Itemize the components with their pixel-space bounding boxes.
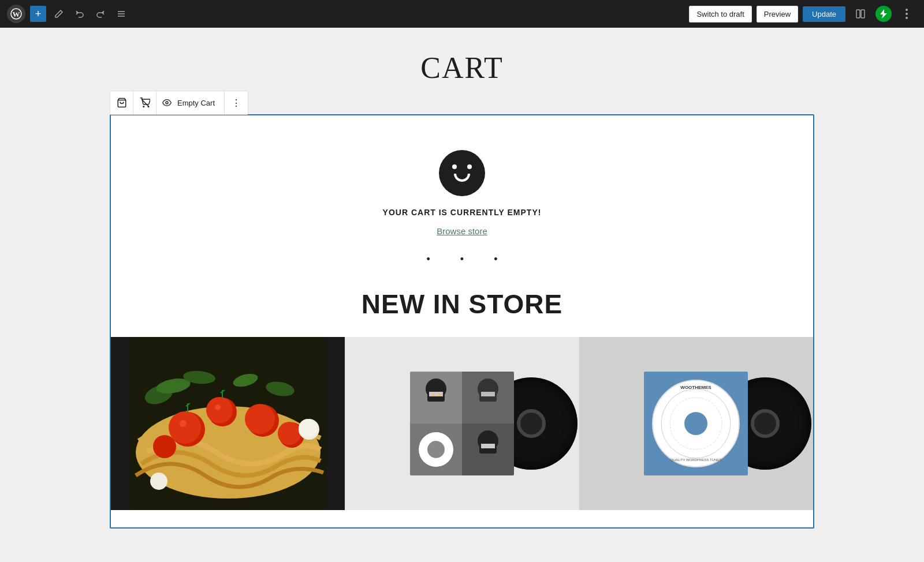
svg-point-25 — [153, 435, 176, 458]
cart-block: YOUR CART IS CURRENTLY EMPTY! Browse sto… — [110, 114, 814, 529]
add-block-button[interactable]: + — [30, 6, 46, 22]
svg-point-11 — [143, 106, 144, 107]
performance-button[interactable] — [875, 6, 892, 22]
page-title: CART — [12, 51, 912, 85]
svg-rect-6 — [861, 10, 865, 18]
cart-empty-message: YOUR CART IS CURRENTLY EMPTY! — [128, 208, 796, 217]
svg-point-8 — [906, 13, 908, 15]
redo-button[interactable] — [92, 6, 109, 22]
svg-text:W: W — [13, 10, 20, 18]
product-item-woo[interactable]: WOOTHEMES QUALITY WORDPRESS TUNES — [579, 337, 813, 510]
svg-point-34 — [299, 419, 317, 437]
edit-button[interactable] — [51, 6, 67, 22]
more-block-options-button[interactable]: ⋮ — [225, 91, 248, 114]
svg-point-27 — [215, 404, 221, 410]
block-toolbar: Empty Cart ⋮ — [110, 91, 248, 115]
svg-point-22 — [245, 404, 275, 434]
product-item-food[interactable] — [111, 337, 345, 510]
page-title-area: CART — [12, 39, 912, 91]
update-button[interactable]: Update — [803, 6, 845, 22]
svg-point-56 — [684, 412, 707, 435]
empty-cart-label: Empty Cart — [174, 99, 218, 107]
svg-point-26 — [180, 420, 187, 427]
sad-face-icon — [439, 150, 485, 196]
new-in-store-title: NEW IN STORE — [128, 289, 796, 320]
svg-rect-44 — [438, 394, 441, 396]
vinyl-record-ninja — [410, 372, 514, 475]
product-grid: WOOTHEMES QUALITY WORDPRESS TUNES — [111, 337, 813, 510]
topbar-left: W + — [7, 5, 129, 23]
wordpress-logo: W — [7, 5, 25, 23]
svg-rect-47 — [481, 392, 495, 396]
svg-point-18 — [169, 411, 201, 444]
woo-vinyl: WOOTHEMES QUALITY WORDPRESS TUNES — [579, 337, 813, 510]
svg-point-7 — [906, 9, 908, 11]
svg-rect-43 — [431, 394, 435, 396]
empty-cart-button[interactable]: Empty Cart — [157, 91, 225, 114]
browse-store-link[interactable]: Browse store — [437, 226, 487, 236]
svg-point-24 — [278, 422, 301, 445]
left-eye — [452, 164, 457, 169]
cart-empty-section: YOUR CART IS CURRENTLY EMPTY! Browse sto… — [128, 133, 796, 289]
svg-rect-5 — [856, 10, 860, 18]
svg-text:QUALITY WORDPRESS TUNES: QUALITY WORDPRESS TUNES — [670, 458, 721, 462]
switch-to-draft-button[interactable]: Switch to draft — [689, 6, 751, 23]
ninja-vinyl — [345, 337, 579, 510]
svg-point-14 — [166, 102, 168, 104]
svg-text:WOOTHEMES: WOOTHEMES — [681, 385, 712, 390]
cart-icon-button[interactable] — [110, 91, 133, 114]
svg-point-49 — [427, 441, 445, 458]
layout-button[interactable] — [850, 3, 871, 24]
product-item-ninja[interactable] — [345, 337, 579, 510]
preview-button[interactable]: Preview — [757, 6, 798, 23]
undo-button[interactable] — [72, 6, 88, 22]
new-in-store-section: NEW IN STORE — [128, 289, 796, 320]
topbar-right: Switch to draft Preview Update — [689, 3, 917, 24]
topbar: W + Sw — [0, 0, 924, 28]
list-view-button[interactable] — [113, 6, 129, 22]
sad-mouth — [454, 174, 470, 182]
remove-cart-button[interactable] — [133, 91, 157, 114]
decorative-dots: • • • — [128, 253, 796, 265]
svg-rect-52 — [481, 444, 495, 448]
svg-point-35 — [150, 473, 167, 490]
vinyl-record-woo: WOOTHEMES QUALITY WORDPRESS TUNES — [644, 372, 748, 475]
more-options-button[interactable] — [896, 3, 917, 24]
content-area: CART Empty Cart ⋮ — [0, 28, 924, 562]
svg-point-20 — [206, 397, 233, 424]
right-eye — [467, 164, 472, 169]
svg-point-9 — [906, 17, 908, 19]
food-image — [111, 337, 345, 510]
